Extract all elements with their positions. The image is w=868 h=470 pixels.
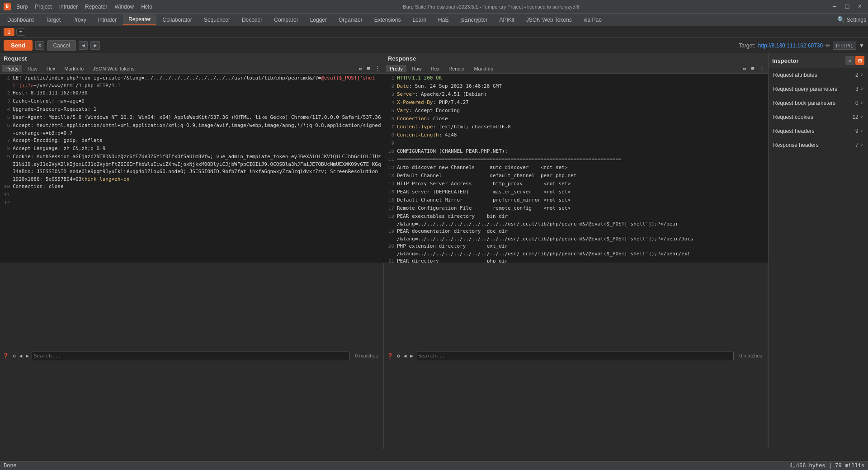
- request-wrap-icon[interactable]: ⇔: [357, 65, 363, 72]
- response-line: 11======================================…: [384, 156, 768, 164]
- tab-decoder[interactable]: Decoder: [236, 15, 268, 25]
- search-icon[interactable]: 🔍: [837, 16, 845, 24]
- request-title: Request: [0, 53, 384, 64]
- request-panel: Request Pretty Raw Hex MarkInfo JSON Web…: [0, 53, 384, 449]
- tab-proxy[interactable]: Proxy: [67, 15, 92, 25]
- response-search-back[interactable]: ◀: [403, 353, 408, 359]
- tab-target[interactable]: Target: [40, 15, 66, 25]
- inspector-view-icon-grid[interactable]: ⊞: [855, 56, 864, 65]
- request-line: 2Host: 8.130.111.162:60730: [0, 89, 384, 98]
- menu-project[interactable]: Project: [35, 4, 52, 10]
- window-controls: − □ ×: [830, 3, 864, 10]
- response-search-forward[interactable]: ▶: [409, 353, 414, 359]
- response-line: 1HTTP/1.1 200 OK: [384, 75, 768, 83]
- gear-icon[interactable]: ⚙: [35, 41, 45, 50]
- response-search-input[interactable]: [416, 352, 734, 360]
- response-wrap-icon[interactable]: ⇔: [741, 65, 748, 72]
- settings-label[interactable]: Settings: [847, 17, 866, 23]
- response-format-icon[interactable]: ≡: [750, 66, 756, 72]
- request-format-icon[interactable]: ≡: [365, 66, 372, 72]
- response-line: 18PEAR executables directory bin_dir /&l…: [384, 213, 768, 228]
- inspector-view-icon-list[interactable]: ≡: [845, 56, 854, 65]
- tab-repeater[interactable]: Repeater: [123, 14, 156, 25]
- tab-jsonwebtoken[interactable]: JSON Web Tokens: [521, 15, 577, 25]
- send-button[interactable]: Send: [4, 40, 33, 51]
- nav-tabs: Dashboard Target Proxy Intruder Repeater…: [0, 14, 868, 26]
- edit-target-icon[interactable]: ✏: [826, 42, 830, 49]
- response-tab-render[interactable]: Render: [445, 65, 468, 72]
- request-line: 8Accept-Language: zh-CN,zh;q=0.9: [0, 145, 384, 153]
- response-tab-markinfo[interactable]: MarkInfo: [470, 65, 497, 72]
- size-text: 4,466 bytes | 79 millis: [789, 463, 864, 469]
- response-search-settings[interactable]: ⚙: [396, 353, 401, 359]
- nav-next-button[interactable]: ▶: [90, 41, 100, 50]
- response-search-prev[interactable]: ❓: [386, 353, 394, 359]
- response-line: 15PEAR server [DEPRECATED] master_server…: [384, 188, 768, 197]
- response-line: 16Default Channel Mirror preferred_mirro…: [384, 197, 768, 205]
- response-line: 21PEAR directory php_dir /&lang=../../..…: [384, 258, 768, 263]
- request-line: 1GET /public/index.php?+config-create+/&…: [0, 75, 384, 89]
- request-line: 4Upgrade-Insecure-Requests: 1: [0, 106, 384, 114]
- request-search-settings[interactable]: ⚙: [12, 353, 17, 359]
- http-version-badge[interactable]: HTTP/1: [833, 42, 856, 50]
- maximize-button[interactable]: □: [843, 3, 852, 10]
- menu-repeater[interactable]: Repeater: [85, 4, 107, 10]
- tab-jsencrypter[interactable]: jsEncrypter: [455, 15, 493, 25]
- request-line: 12: [0, 199, 384, 207]
- menu-window[interactable]: Window: [114, 4, 134, 10]
- request-search-prev[interactable]: ❓: [2, 353, 10, 359]
- tab-hae[interactable]: HaE: [433, 15, 454, 25]
- tab-sequencer[interactable]: Sequencer: [198, 15, 236, 25]
- tab-apikit[interactable]: APIKit: [494, 15, 519, 25]
- menu-intruder[interactable]: Intruder: [59, 4, 78, 10]
- inspector-item[interactable]: Request query parameters 3 ›: [769, 82, 868, 96]
- request-subtabs: Pretty Raw Hex MarkInfo JSON Web Tokens …: [0, 64, 384, 74]
- response-content: 1HTTP/1.1 200 OK2Date: Sun, 24 Sep 2023 …: [384, 74, 768, 263]
- tab-comparer[interactable]: Comparer: [269, 15, 303, 25]
- inspector-item[interactable]: Request cookies 12 ›: [769, 110, 868, 124]
- tab-dashboard[interactable]: Dashboard: [2, 15, 39, 25]
- tab-collaborator[interactable]: Collaborator: [157, 15, 198, 25]
- minimize-button[interactable]: −: [830, 3, 839, 10]
- http-version-dropdown[interactable]: ▼: [859, 42, 864, 49]
- request-search-forward[interactable]: ▶: [25, 353, 30, 359]
- response-line: 7Content-Type: text/html; charset=UTF-8: [384, 123, 768, 132]
- request-tab-hex[interactable]: Hex: [43, 65, 59, 72]
- response-line: 12Auto-discover new Channels auto_discov…: [384, 164, 768, 172]
- response-tab-raw[interactable]: Raw: [408, 65, 425, 72]
- inspector-item[interactable]: Request body parameters 0 ›: [769, 96, 868, 110]
- tab-learn[interactable]: Learn: [407, 15, 432, 25]
- menu-help[interactable]: Help: [141, 4, 152, 10]
- request-tab-pretty[interactable]: Pretty: [2, 65, 22, 72]
- cancel-button[interactable]: Cancel: [47, 40, 75, 51]
- close-button[interactable]: ×: [855, 3, 864, 10]
- nav-prev-button[interactable]: ◀: [79, 41, 88, 50]
- status-right: 4,466 bytes | 79 millis: [789, 463, 864, 469]
- tab-logger[interactable]: Logger: [305, 15, 332, 25]
- response-line: 8Content-Length: 4248: [384, 132, 768, 140]
- tab-organizer[interactable]: Organizer: [333, 15, 368, 25]
- request-tab-raw[interactable]: Raw: [24, 65, 41, 72]
- response-tab-pretty[interactable]: Pretty: [386, 65, 406, 72]
- response-menu-icon[interactable]: ⋮: [758, 65, 766, 72]
- menu-burp[interactable]: Burp: [16, 4, 28, 10]
- app-title: Burp Suite Professional v2023.5.1 - Temp…: [152, 4, 830, 9]
- response-tab-hex[interactable]: Hex: [427, 65, 443, 72]
- tab-extensions[interactable]: Extensions: [369, 15, 406, 25]
- statusbar: Done 4,466 bytes | 79 millis: [0, 461, 868, 470]
- inspector-item[interactable]: Response headers 7 ›: [769, 138, 868, 152]
- repeater-tab-1[interactable]: 1: [4, 28, 14, 36]
- tab-xiapao[interactable]: xia Pao: [578, 15, 607, 25]
- inspector-item[interactable]: Request headers 9 ›: [769, 124, 868, 138]
- inspector-item[interactable]: Request attributes 2 ›: [769, 68, 868, 82]
- add-tab-button[interactable]: +: [16, 28, 25, 36]
- tab-intruder[interactable]: Intruder: [93, 15, 122, 25]
- toolbar: Send ⚙ Cancel ◀ ▶ Target: http://8.130.1…: [0, 38, 868, 53]
- request-line: 11: [0, 191, 384, 199]
- request-menu-icon[interactable]: ⋮: [373, 65, 382, 72]
- request-search-input[interactable]: [32, 352, 349, 360]
- request-search-back[interactable]: ◀: [19, 353, 24, 359]
- response-line: 14HTTP Proxy Server Address http_proxy <…: [384, 180, 768, 188]
- request-tab-markinfo[interactable]: MarkInfo: [61, 65, 87, 72]
- request-tab-jwt[interactable]: JSON Web Tokens: [89, 65, 138, 72]
